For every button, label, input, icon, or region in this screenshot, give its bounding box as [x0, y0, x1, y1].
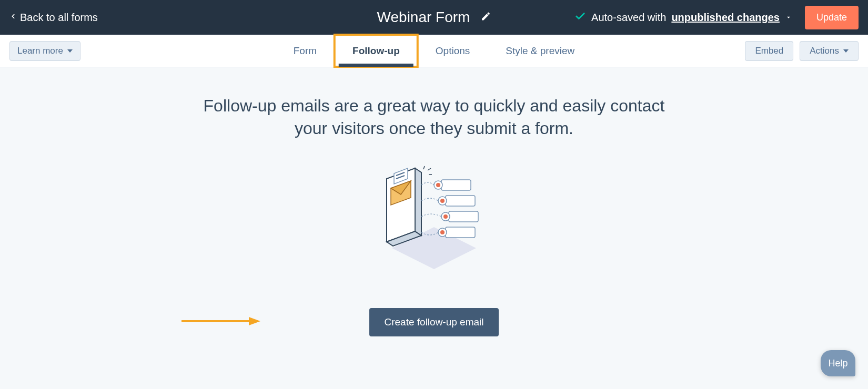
back-to-forms-link[interactable]: Back to all forms [9, 10, 98, 25]
cta-label: Create follow-up email [384, 316, 483, 327]
update-button[interactable]: Update [805, 6, 859, 29]
tab-options[interactable]: Options [418, 35, 488, 67]
main-content: Follow-up emails are a great way to quic… [0, 67, 868, 336]
tab-label: Style & preview [506, 45, 574, 57]
svg-marker-25 [249, 317, 260, 325]
sub-nav-right: Embed Actions [745, 41, 859, 61]
tab-form[interactable]: Form [276, 35, 335, 67]
autosave-status[interactable]: Auto-saved with unpublished changes [574, 11, 792, 25]
header-right: Auto-saved with unpublished changes Upda… [574, 6, 859, 29]
autosave-prefix: Auto-saved with [591, 12, 666, 24]
caret-down-icon [785, 12, 792, 24]
cta-row: Create follow-up email [0, 308, 868, 336]
learn-more-button[interactable]: Learn more [9, 41, 80, 61]
arrow-annotation-icon [181, 316, 260, 329]
chevron-left-icon [9, 10, 17, 25]
svg-rect-18 [449, 211, 478, 222]
embed-button[interactable]: Embed [745, 41, 793, 61]
svg-marker-3 [415, 168, 421, 236]
actions-button[interactable]: Actions [800, 41, 859, 61]
form-title-group: Webinar Form [377, 9, 491, 26]
svg-point-23 [440, 230, 445, 234]
tab-label: Form [294, 45, 317, 57]
back-label: Back to all forms [20, 12, 98, 24]
form-title: Webinar Form [377, 9, 470, 26]
svg-rect-12 [441, 180, 471, 190]
update-label: Update [816, 12, 847, 23]
svg-line-9 [423, 166, 425, 169]
create-followup-email-button[interactable]: Create follow-up email [369, 308, 498, 336]
embed-label: Embed [755, 46, 783, 56]
followup-illustration [366, 164, 502, 280]
svg-line-10 [428, 168, 431, 170]
edit-title-icon[interactable] [480, 11, 491, 24]
autosave-highlight: unpublished changes [671, 12, 780, 24]
caret-down-icon [843, 49, 849, 53]
help-button[interactable]: Help [821, 350, 855, 376]
sub-nav: Learn more Form Follow-up Options Style … [0, 35, 868, 67]
tab-label: Options [436, 45, 470, 57]
svg-rect-15 [446, 196, 475, 206]
svg-rect-21 [446, 227, 475, 238]
tab-style-preview[interactable]: Style & preview [488, 35, 592, 67]
tabs: Form Follow-up Options Style & preview [276, 35, 592, 67]
top-header: Back to all forms Webinar Form Auto-save… [0, 0, 868, 35]
svg-point-17 [440, 199, 445, 203]
svg-point-20 [443, 214, 448, 219]
tab-label: Follow-up [352, 45, 400, 57]
svg-point-14 [436, 183, 440, 187]
caret-down-icon [67, 49, 73, 53]
help-label: Help [828, 358, 847, 369]
learn-more-label: Learn more [17, 46, 63, 56]
actions-label: Actions [810, 46, 839, 56]
headline: Follow-up emails are a great way to quic… [192, 95, 676, 140]
check-icon [574, 11, 586, 25]
tab-follow-up[interactable]: Follow-up [335, 35, 418, 67]
